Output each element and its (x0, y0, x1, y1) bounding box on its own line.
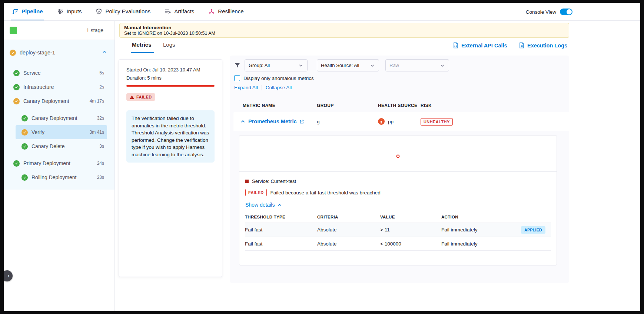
metric-name-link[interactable]: Prometheus Metric (248, 118, 304, 124)
show-details-link[interactable]: Show details (245, 202, 551, 208)
duration: Duration: 5 mins (126, 75, 215, 81)
stage-count-row: 1 stage (4, 21, 114, 40)
console-view-label: Console View (526, 9, 556, 15)
threshold-action: Fail immediately (441, 241, 521, 247)
tab-pipeline[interactable]: Pipeline (11, 3, 44, 20)
metric-view-dropdown[interactable]: Raw (385, 59, 449, 71)
top-navigation: Pipeline Inputs Policy Evaluations Artif… (4, 3, 640, 21)
manual-intervention-banner: Manual Intervention Set to IGNORE on 10-… (119, 23, 569, 38)
app-window: Pipeline Inputs Policy Evaluations Artif… (4, 3, 640, 311)
success-check-icon (13, 70, 20, 76)
tab-inputs[interactable]: Inputs (56, 3, 83, 20)
sidebar-step-canary-deployment-group[interactable]: Canary Deployment 4m 17s (4, 94, 114, 108)
stage-count-label: 1 stage (86, 27, 103, 33)
tab-metrics[interactable]: Metrics (132, 41, 152, 48)
tab-artifacts[interactable]: Artifacts (164, 3, 195, 20)
active-tab-underline (131, 52, 154, 53)
metric-health-source: pp (378, 118, 394, 125)
metric-detail-card: Service: Current-test FAILED Failed beca… (239, 135, 557, 265)
step-label: Service (23, 70, 41, 76)
link-label: External API Calls (461, 43, 507, 49)
top-nav-tabs: Pipeline Inputs Policy Evaluations Artif… (4, 3, 245, 20)
sidebar-step-rolling-deployment[interactable]: Rolling Deployment 23s (4, 170, 114, 184)
threshold-value: > 11 (380, 227, 441, 233)
chevron-right-icon: › (7, 273, 9, 279)
step-duration: 3s (99, 144, 104, 149)
success-check-icon (21, 143, 28, 150)
sidebar-step-verify[interactable]: Verify 3m 41s (16, 125, 107, 139)
sidebar-step-primary-deployment[interactable]: Primary Deployment 24s (4, 156, 114, 170)
console-view-toggle[interactable] (560, 9, 572, 15)
sidebar-step-infrastructure[interactable]: Infrastructure 2s (4, 80, 114, 94)
column-header: CRITERIA (317, 215, 380, 219)
dropdown-placeholder: Raw (389, 63, 399, 68)
threshold-action: Fail immediately (441, 227, 521, 233)
step-label: Canary Delete (31, 143, 65, 149)
inputs-icon (57, 8, 64, 15)
column-header: GROUP (317, 103, 334, 108)
tab-resilience[interactable]: Resilience (208, 3, 244, 20)
warning-check-icon (21, 129, 28, 136)
stage-status-square-icon (10, 27, 17, 34)
success-check-icon (21, 115, 28, 121)
sidebar-step-canary-deployment[interactable]: Canary Deployment 32s (4, 111, 114, 125)
chevron-down-icon (440, 63, 445, 68)
divider (262, 85, 262, 90)
external-link-icon (299, 119, 304, 124)
anomalous-metrics-checkbox-row[interactable]: Display only anomalous metrics (234, 75, 314, 81)
tab-label: Pipeline (21, 8, 43, 14)
step-label: Canary Deployment (31, 115, 77, 121)
execution-sidebar: 1 stage deploy-stage-1 Service 5s Infras… (4, 21, 115, 311)
sidebar-step-canary-delete[interactable]: Canary Delete 3s (4, 139, 114, 153)
chevron-up-icon[interactable] (102, 49, 107, 56)
step-label: Canary Deployment (23, 98, 69, 104)
tab-label: Resilience (218, 8, 243, 14)
external-api-calls-link[interactable]: External API Calls (453, 42, 507, 49)
filter-funnel-icon (234, 62, 240, 69)
threshold-value: < 100000 (380, 241, 441, 247)
expand-all-link[interactable]: Expand All (234, 85, 258, 90)
step-duration: 5s (99, 70, 104, 76)
table-row: Fail fast Absolute > 11 Fail immediately… (245, 223, 551, 237)
stage-name: deploy-stage-1 (20, 50, 55, 56)
anomalous-metrics-checkbox[interactable] (234, 75, 240, 81)
step-duration: 24s (97, 161, 104, 166)
document-logs-icon (519, 42, 525, 49)
policy-shield-icon (96, 8, 102, 15)
chart-legend: Service: Current-test (245, 178, 551, 184)
failure-reason-row: FAILED Failed because a fail-fast thresh… (245, 189, 551, 196)
success-check-icon (13, 160, 20, 167)
legend-label: Service: Current-test (252, 178, 296, 184)
tab-logs[interactable]: Logs (163, 41, 175, 48)
main-content: Manual Intervention Set to IGNORE on 10-… (115, 21, 640, 311)
tab-policy-evaluations[interactable]: Policy Evaluations (95, 3, 151, 20)
metrics-table-header: METRIC NAME GROUP HEALTH SOURCE RISK (233, 103, 569, 110)
chevron-down-icon (370, 63, 375, 68)
health-source-filter-dropdown[interactable]: Health Source: All (317, 59, 379, 71)
started-on: Started On: Jul 10, 2023 10:47 AM (126, 67, 215, 73)
verification-summary-card: Started On: Jul 10, 2023 10:47 AM Durati… (119, 59, 222, 277)
column-header: ACTION (441, 215, 521, 219)
row-collapse-chevron-up-icon[interactable] (240, 119, 246, 124)
banner-title: Manual Intervention (124, 25, 564, 30)
artifacts-icon (165, 8, 171, 15)
warning-triangle-icon (130, 95, 134, 99)
collapse-all-link[interactable]: Collapse All (266, 85, 292, 90)
link-label: Execution Logs (527, 43, 567, 49)
sidebar-step-service[interactable]: Service 5s (4, 66, 114, 80)
console-view-control: Console View (526, 3, 572, 21)
execution-logs-link[interactable]: Execution Logs (519, 42, 567, 49)
applied-badge: APPLIED (521, 226, 545, 234)
stage-status-icon (10, 50, 16, 56)
status-badge: FAILED (126, 93, 155, 101)
step-label: Rolling Deployment (31, 174, 76, 180)
column-header: VALUE (380, 215, 441, 219)
stage-header-deploy-stage-1[interactable]: deploy-stage-1 (4, 43, 114, 62)
metric-table-row: Prometheus Metric g pp UNHEALTHY (233, 112, 569, 131)
risk-badge: UNHEALTHY (421, 118, 453, 126)
step-label: Primary Deployment (23, 160, 70, 166)
warning-check-icon (13, 98, 20, 104)
group-filter-dropdown[interactable]: Group: All (245, 59, 308, 71)
tab-label: Artifacts (174, 8, 194, 14)
failed-badge: FAILED (245, 189, 267, 196)
